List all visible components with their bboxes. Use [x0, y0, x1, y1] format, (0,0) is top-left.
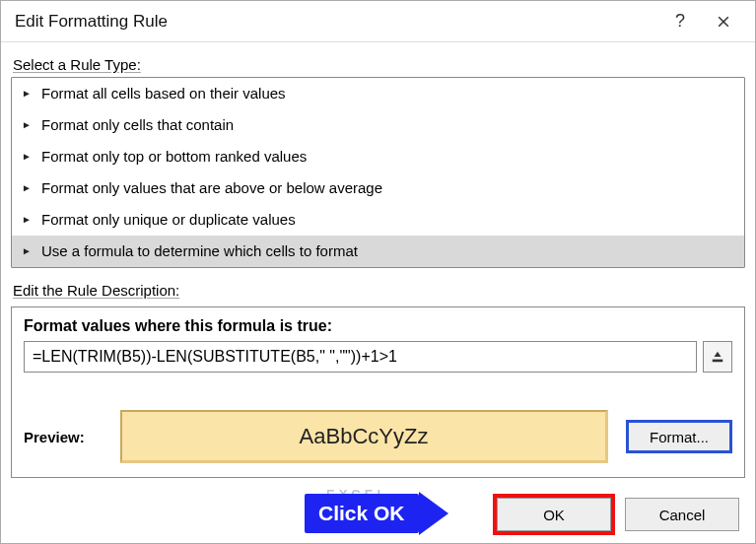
- preview-swatch: AaBbCcYyZz: [120, 410, 608, 463]
- annotation-callout: Click OK: [305, 492, 448, 535]
- rule-type-item[interactable]: ► Format only top or bottom ranked value…: [12, 141, 744, 172]
- format-button-label: Format...: [650, 429, 709, 445]
- bullet-arrow-icon: ►: [22, 149, 34, 165]
- cancel-button-label: Cancel: [659, 507, 706, 523]
- svg-rect-2: [713, 360, 723, 363]
- close-icon[interactable]: [702, 1, 745, 42]
- dialog-title: Edit Formatting Rule: [15, 12, 658, 32]
- rule-description-box: Format values where this formula is true…: [11, 306, 745, 478]
- ok-button[interactable]: OK: [497, 498, 611, 531]
- select-rule-type-label: Select a Rule Type:: [1, 42, 755, 77]
- bullet-arrow-icon: ►: [22, 117, 34, 133]
- rule-type-text: Format only cells that contain: [41, 113, 234, 137]
- formula-input[interactable]: [24, 341, 697, 373]
- title-bar: Edit Formatting Rule ?: [1, 1, 755, 42]
- rule-type-item[interactable]: ► Format all cells based on their values: [12, 78, 744, 109]
- rule-type-text: Format only unique or duplicate values: [41, 208, 296, 232]
- help-icon[interactable]: ?: [658, 1, 702, 42]
- rule-type-text: Format only values that are above or bel…: [41, 176, 382, 200]
- rule-type-text: Use a formula to determine which cells t…: [41, 239, 358, 263]
- callout-arrow-icon: [419, 492, 448, 535]
- callout-text: Click OK: [318, 502, 405, 525]
- preview-text: AaBbCcYyZz: [300, 424, 429, 449]
- edit-rule-description-label: Edit the Rule Description:: [1, 268, 755, 303]
- preview-label: Preview:: [24, 429, 110, 445]
- edit-formatting-rule-dialog: Edit Formatting Rule ? Select a Rule Typ…: [0, 0, 756, 544]
- rule-type-item-selected[interactable]: ► Use a formula to determine which cells…: [12, 236, 744, 267]
- dialog-button-row: OK Cancel: [497, 498, 739, 531]
- rule-type-item[interactable]: ► Format only values that are above or b…: [12, 172, 744, 204]
- rule-type-text: Format all cells based on their values: [41, 82, 286, 105]
- bullet-arrow-icon: ►: [22, 180, 34, 196]
- rule-type-text: Format only top or bottom ranked values: [41, 145, 307, 169]
- format-button[interactable]: Format...: [626, 420, 732, 453]
- bullet-arrow-icon: ►: [22, 243, 34, 259]
- rule-type-item[interactable]: ► Format only cells that contain: [12, 109, 744, 141]
- cancel-button[interactable]: Cancel: [625, 498, 739, 531]
- formula-label: Format values where this formula is true…: [24, 317, 732, 335]
- ok-button-label: OK: [543, 507, 565, 523]
- rule-type-item[interactable]: ► Format only unique or duplicate values: [12, 204, 744, 236]
- bullet-arrow-icon: ►: [22, 212, 34, 228]
- formula-row: [24, 341, 732, 373]
- rule-type-list[interactable]: ► Format all cells based on their values…: [11, 77, 745, 268]
- bullet-arrow-icon: ►: [22, 86, 34, 102]
- collapse-dialog-icon[interactable]: [703, 341, 732, 373]
- preview-row: Preview: AaBbCcYyZz Format...: [24, 410, 732, 463]
